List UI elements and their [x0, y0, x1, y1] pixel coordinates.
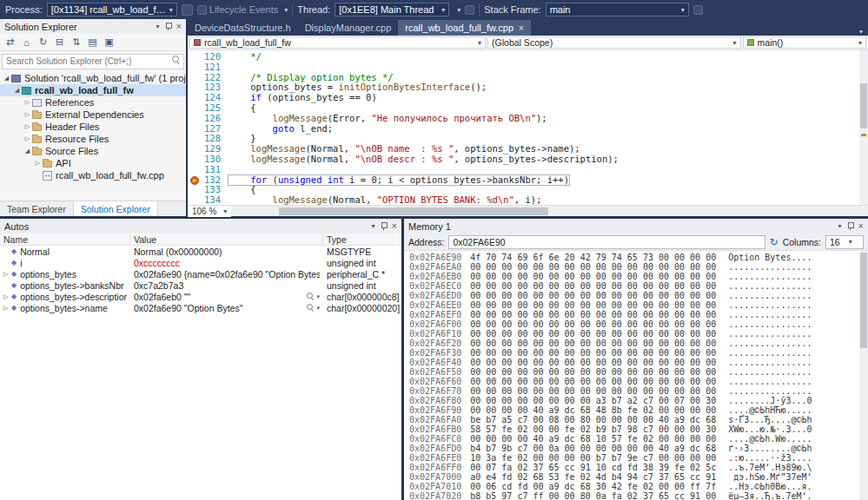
window-position-icon[interactable]: ▾	[372, 222, 375, 230]
thread-dropdown[interactable]: [0x1EE8] Main Thread ▾	[335, 3, 449, 16]
visualizer-dropdown-icon[interactable]: ▾	[316, 305, 320, 312]
back-forward-icon[interactable]: ⇄	[3, 36, 17, 49]
project-dropdown[interactable]: rcall_wb_load_full_fw ▾	[189, 36, 486, 49]
text-visualizer-icon[interactable]	[307, 293, 315, 300]
flag-icon[interactable]	[465, 5, 474, 15]
breakpoint-gutter[interactable]	[188, 195, 202, 205]
close-icon[interactable]: ×	[519, 23, 524, 33]
show-all-files-icon[interactable]: ▤	[86, 36, 99, 49]
breakpoint-gutter[interactable]	[188, 134, 202, 144]
breakpoint-gutter[interactable]	[188, 82, 202, 93]
visualizer-dropdown-icon[interactable]: ▾	[316, 293, 320, 300]
expand-icon[interactable]: ▷	[3, 271, 11, 278]
zoom-control[interactable]: 106 % ▾	[188, 206, 231, 217]
breakpoint-gutter[interactable]	[188, 73, 202, 83]
tree-item-resource-files[interactable]: ▷Resource Files	[0, 133, 186, 145]
lifecycle-events-dropdown[interactable]: Lifecycle Events ▾	[197, 4, 288, 15]
document-tab-rcall-wb-load-full-fw-cpp[interactable]: rcall_wb_load_full_fw.cpp×	[398, 20, 531, 36]
chevron-expanded-icon[interactable]: ◢	[2, 75, 11, 82]
breakpoint-gutter[interactable]	[188, 185, 202, 195]
close-icon[interactable]: ×	[176, 22, 182, 31]
home-icon[interactable]: ⌂	[20, 36, 33, 49]
autos-column-value[interactable]: Value	[130, 234, 323, 245]
tool-tab-solution-explorer[interactable]: Solution Explorer	[73, 201, 158, 216]
tree-item-api[interactable]: ▷API	[0, 157, 186, 169]
memory-vertical-scrollbar[interactable]	[859, 251, 868, 500]
chevron-collapsed-icon[interactable]: ▷	[23, 99, 32, 106]
tree-item-rcall-wb-load-full-fw[interactable]: ◢rcall_wb_load_full_fw	[0, 84, 186, 96]
search-icon[interactable]	[172, 56, 181, 64]
process-dropdown[interactable]: [0x1134] rcall_wb_load_full_fw_x86 ▾	[47, 3, 177, 16]
scope-dropdown[interactable]: (Global Scope) ▾	[487, 36, 740, 49]
tree-item-solution-rcall-wb-load-full-fw-1-project[interactable]: ◢Solution 'rcall_wb_load_full_fw' (1 pro…	[0, 72, 186, 84]
properties-icon[interactable]: ▣	[103, 36, 116, 49]
scrollbar-thumb[interactable]	[279, 207, 548, 215]
autos-row-i[interactable]: ◆i0xccccccccunsigned int	[0, 257, 401, 268]
breakpoint-gutter[interactable]	[188, 52, 202, 62]
process-info-icon[interactable]	[182, 4, 193, 16]
editor-vertical-scrollbar[interactable]	[859, 50, 868, 205]
refresh-icon[interactable]: ↻	[36, 36, 50, 49]
close-icon[interactable]: ×	[392, 221, 397, 231]
document-tab-displaymanager-cpp[interactable]: DisplayManager.cpp	[298, 20, 399, 36]
breakpoint-gutter[interactable]	[188, 62, 202, 73]
autos-row-options-bytes-banksnbr[interactable]: ◆options_bytes->banksNbr0xc7a2b7a3unsign…	[0, 280, 401, 291]
autos-row-normal[interactable]: ◆NormalNormal (0x00000000)MSGTYPE	[0, 246, 401, 257]
memory-content[interactable]: 0x02FA6E904f 70 74 69 6f 6e 20 42 79 74 …	[404, 251, 868, 500]
tree-item-references[interactable]: ▷References	[0, 96, 186, 109]
breakpoint-gutter[interactable]	[188, 144, 202, 155]
autos-column-name[interactable]: Name	[0, 234, 130, 245]
breakpoint-gutter[interactable]	[188, 114, 202, 124]
memory-address-input[interactable]	[448, 235, 765, 249]
document-list-icon[interactable]: ▾	[854, 28, 868, 36]
collapse-all-icon[interactable]: ⊟	[53, 36, 66, 49]
solution-explorer-title-bar[interactable]: Solution Explorer ▾ ×	[0, 19, 186, 34]
stack-frame-dropdown[interactable]: main ▾	[546, 3, 689, 16]
breakpoint-gutter[interactable]	[188, 155, 202, 165]
tree-item-source-files[interactable]: ◢Source Files	[0, 145, 186, 157]
close-icon[interactable]: ×	[858, 221, 864, 231]
pin-icon[interactable]	[847, 222, 853, 230]
autos-title-bar[interactable]: Autos ▾ ×	[0, 219, 401, 234]
refresh-icon[interactable]: ↻	[770, 237, 779, 247]
pin-icon[interactable]	[165, 23, 171, 30]
chevron-expanded-icon[interactable]: ◢	[23, 148, 32, 155]
toolbar-options-icon[interactable]	[693, 5, 703, 15]
expand-icon[interactable]: ▷	[3, 293, 11, 300]
document-tab-devicedatastructure-h[interactable]: DeviceDataStructure.h	[188, 20, 298, 36]
pin-icon[interactable]	[381, 222, 387, 230]
editor-horizontal-scrollbar[interactable]: 106 % ▾	[188, 205, 868, 216]
breakpoint-gutter[interactable]	[188, 93, 202, 103]
current-statement-icon[interactable]	[190, 176, 199, 185]
expand-icon[interactable]: ▷	[3, 305, 11, 312]
tool-tab-team-explorer[interactable]: Team Explorer	[0, 201, 73, 216]
breakpoint-gutter[interactable]	[188, 124, 202, 135]
scrollbar-thumb[interactable]	[860, 253, 867, 348]
tree-item-header-files[interactable]: ▷Header Files	[0, 121, 186, 133]
chevron-expanded-icon[interactable]: ◢	[12, 87, 22, 94]
autos-row-options-bytes-description[interactable]: ▷◆options_bytes->description0x02fa6eb0 "…	[0, 291, 401, 302]
thread-options-icon[interactable]: ▾	[457, 6, 461, 14]
chevron-collapsed-icon[interactable]: ▷	[23, 123, 32, 130]
autos-row-options-bytes[interactable]: ▷◆options_bytes0x02fa6e90 {name=0x02fa6e…	[0, 268, 401, 280]
breakpoint-gutter[interactable]	[188, 103, 202, 114]
memory-title-bar[interactable]: Memory 1 ▾ ×	[404, 219, 868, 234]
tree-item-external-dependencies[interactable]: ▷External Dependencies	[0, 109, 186, 121]
window-position-icon[interactable]: ▾	[838, 222, 842, 230]
sync-with-active-document-icon[interactable]: ⇅	[70, 36, 83, 49]
chevron-collapsed-icon[interactable]: ▷	[33, 160, 43, 167]
autos-column-type[interactable]: Type	[323, 234, 401, 245]
autos-row-options-bytes-name[interactable]: ▷◆options_bytes->name0x02fa6e90 "Option …	[0, 302, 401, 313]
breakpoint-gutter[interactable]	[188, 165, 202, 175]
chevron-collapsed-icon[interactable]: ▷	[23, 135, 32, 142]
tree-item-rcall-wb-load-full-fw-cpp[interactable]: ++rcall_wb_load_full_fw.cpp	[0, 169, 186, 181]
search-input[interactable]	[2, 54, 184, 69]
code-editor[interactable]: 120 */121122 /* Display option bytes */1…	[188, 50, 868, 205]
member-dropdown[interactable]: main() ▾	[743, 36, 866, 49]
scrollbar-thumb[interactable]	[860, 83, 867, 128]
columns-dropdown[interactable]: 16 ▾	[825, 235, 864, 249]
window-position-icon[interactable]: ▾	[156, 23, 160, 30]
breakpoint-gutter[interactable]	[188, 175, 202, 186]
chevron-collapsed-icon[interactable]: ▷	[23, 111, 32, 118]
text-visualizer-icon[interactable]	[307, 304, 315, 312]
